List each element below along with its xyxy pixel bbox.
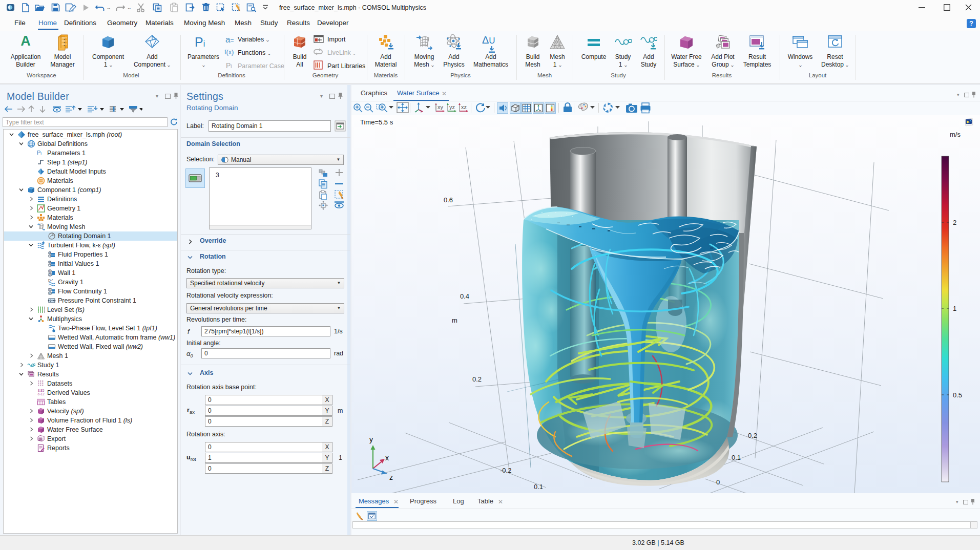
svg-text:1: 1 (953, 305, 956, 312)
svg-text:xz: xz (461, 104, 467, 110)
svg-text:m/s: m/s (950, 131, 961, 138)
svg-text:-0.2: -0.2 (500, 467, 511, 474)
svg-text:D: D (49, 260, 51, 263)
svg-text:m: m (452, 316, 457, 324)
svg-text:0.4: 0.4 (460, 292, 469, 300)
svg-text:y: y (369, 435, 373, 443)
svg-text:xy: xy (437, 104, 444, 110)
svg-text:2: 2 (953, 219, 956, 226)
svg-text:D: D (49, 251, 51, 254)
svg-text:0.2: 0.2 (748, 432, 757, 439)
svg-text:z: z (389, 473, 393, 481)
svg-text:x: x (385, 454, 389, 462)
svg-text:0.1: 0.1 (534, 483, 543, 491)
svg-text:yz: yz (449, 104, 455, 110)
svg-text:Time=5.5 s: Time=5.5 s (360, 118, 393, 126)
svg-text:↗: ↗ (51, 279, 53, 282)
svg-text:D: D (49, 269, 51, 272)
svg-text:0.5: 0.5 (953, 391, 962, 399)
svg-text:0: 0 (716, 478, 720, 486)
svg-text:[S]: [S] (39, 438, 43, 440)
svg-text:0.6: 0.6 (444, 196, 453, 204)
svg-text:0.2: 0.2 (472, 375, 482, 383)
svg-text:0.1: 0.1 (732, 454, 741, 461)
svg-text:D: D (49, 288, 51, 291)
